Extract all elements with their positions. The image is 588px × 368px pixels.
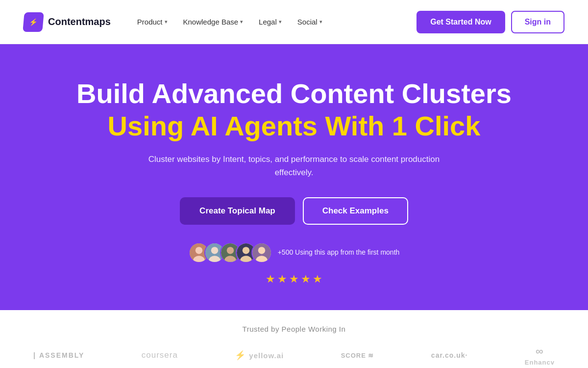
check-examples-button[interactable]: Check Examples <box>303 197 408 225</box>
carcouk-logo: car.co.uk· <box>431 351 468 359</box>
svg-point-7 <box>226 247 233 254</box>
star-rating: ★ ★ ★ ★ ★ <box>266 273 322 286</box>
avatar <box>251 242 272 263</box>
svg-point-13 <box>258 247 265 254</box>
nav-knowledge-base[interactable]: Knowledge Base ▾ <box>176 14 250 30</box>
star-4: ★ <box>301 273 311 286</box>
social-proof: +500 Using this app from the first month… <box>24 242 564 286</box>
user-avatars <box>189 242 272 263</box>
svg-point-10 <box>242 247 249 254</box>
hero-section: Build Advanced Content Clusters Using AI… <box>0 44 588 310</box>
hero-title-line1: Build Advanced Content Clusters <box>24 79 564 109</box>
hero-buttons: Create Topical Map Check Examples <box>24 197 564 225</box>
get-started-button[interactable]: Get Started Now <box>416 11 505 33</box>
svg-point-1 <box>195 247 202 254</box>
trusted-title: Trusted by People Working In <box>24 325 564 333</box>
sign-in-button[interactable]: Sign in <box>511 11 564 33</box>
nav-social[interactable]: Social ▾ <box>291 14 329 30</box>
star-2: ★ <box>277 273 287 286</box>
chevron-down-icon: ▾ <box>165 19 168 25</box>
logo-text: Contentmaps <box>48 16 111 27</box>
enhancv-icon: ∞ <box>536 345 544 358</box>
logo[interactable]: ⚡ Contentmaps <box>24 12 111 32</box>
enhancv-logo: ∞ Enhancv <box>525 345 555 366</box>
assembly-logo: | ASSEMBLY <box>33 351 84 359</box>
create-topical-map-button[interactable]: Create Topical Map <box>180 197 295 225</box>
navbar-left: ⚡ Contentmaps Product ▾ Knowledge Base ▾… <box>24 12 329 32</box>
hero-subtitle: Cluster websites by Intent, topics, and … <box>147 153 441 179</box>
trusted-section: Trusted by People Working In | ASSEMBLY … <box>0 310 588 368</box>
yellowai-logo: ⚡ yellow.ai <box>235 350 284 361</box>
brand-logos: | ASSEMBLY coursera ⚡ yellow.ai SCORE ≋ … <box>24 345 564 366</box>
yellow-icon: ⚡ <box>235 350 246 361</box>
star-5-half: ★ <box>313 273 322 286</box>
nav-legal[interactable]: Legal ▾ <box>252 14 289 30</box>
chevron-down-icon: ▾ <box>279 19 282 25</box>
hero-title-line2: Using AI Agents With 1 Click <box>24 111 564 141</box>
svg-point-4 <box>211 247 218 254</box>
chevron-down-icon: ▾ <box>240 19 243 25</box>
navbar-right: Get Started Now Sign in <box>416 11 564 33</box>
social-proof-text: +500 Using this app from the first month <box>278 247 400 258</box>
star-1: ★ <box>266 273 275 286</box>
nav-product[interactable]: Product ▾ <box>130 14 174 30</box>
coursera-logo: coursera <box>142 350 178 360</box>
star-3: ★ <box>289 273 299 286</box>
score-logo: SCORE ≋ <box>341 352 374 359</box>
logo-icon: ⚡ <box>23 12 44 32</box>
navbar: ⚡ Contentmaps Product ▾ Knowledge Base ▾… <box>0 0 588 44</box>
chevron-down-icon: ▾ <box>319 19 322 25</box>
nav-links: Product ▾ Knowledge Base ▾ Legal ▾ Socia… <box>130 14 329 30</box>
